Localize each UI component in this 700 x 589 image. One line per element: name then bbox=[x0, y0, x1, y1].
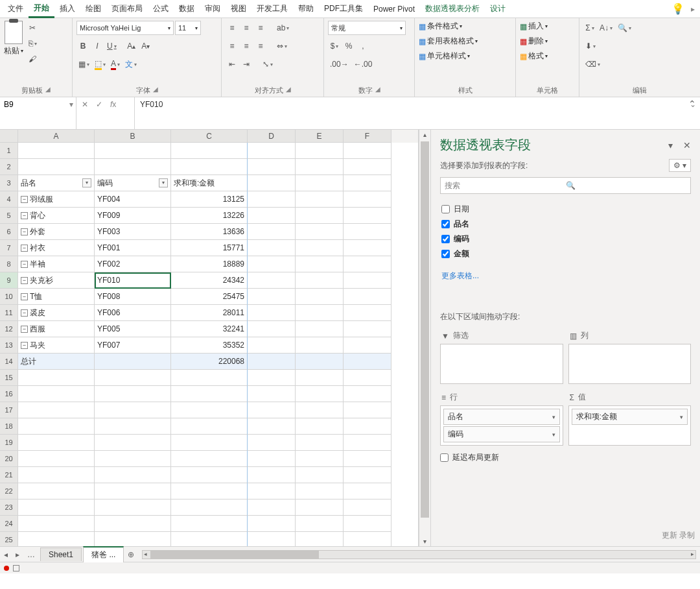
cell[interactable] bbox=[95, 516, 171, 532]
cell[interactable]: YF002 bbox=[95, 256, 171, 272]
cell[interactable]: 28011 bbox=[171, 305, 248, 321]
cell[interactable] bbox=[344, 516, 391, 532]
cell[interactable]: YF010 bbox=[95, 272, 171, 289]
cell[interactable] bbox=[171, 435, 248, 451]
zone-filter-box[interactable] bbox=[440, 344, 563, 384]
row-header[interactable]: 1 bbox=[0, 143, 18, 159]
cell[interactable]: −背心 bbox=[18, 208, 95, 224]
field-item[interactable]: 编码 bbox=[440, 232, 691, 246]
cell[interactable] bbox=[95, 483, 171, 499]
cell[interactable] bbox=[18, 451, 95, 467]
cell[interactable] bbox=[296, 354, 344, 370]
row-header[interactable]: 23 bbox=[0, 499, 18, 516]
cell[interactable] bbox=[344, 451, 391, 467]
row-header[interactable]: 18 bbox=[0, 418, 18, 435]
number-format-select[interactable]: 常规▾ bbox=[328, 21, 406, 35]
fill-color-button[interactable]: ⬚ bbox=[93, 57, 108, 71]
col-header-A[interactable]: A bbox=[18, 130, 95, 143]
row-header[interactable]: 3 bbox=[0, 175, 18, 191]
cell[interactable] bbox=[296, 435, 344, 451]
cell[interactable]: 品名▾ bbox=[18, 175, 95, 191]
record-macro-icon[interactable] bbox=[4, 566, 9, 571]
cell[interactable] bbox=[296, 159, 344, 175]
col-header-D[interactable]: D bbox=[248, 130, 296, 143]
collapse-icon[interactable]: − bbox=[21, 245, 28, 252]
cell[interactable]: 13125 bbox=[171, 191, 248, 208]
cell[interactable]: 总计 bbox=[18, 354, 95, 370]
cell[interactable] bbox=[296, 499, 344, 516]
row-header[interactable]: 4 bbox=[0, 191, 18, 208]
cell[interactable] bbox=[171, 483, 248, 499]
cell[interactable]: YF006 bbox=[95, 305, 171, 321]
row-header[interactable]: 24 bbox=[0, 516, 18, 532]
cell[interactable]: 求和项:金额 bbox=[171, 175, 248, 191]
alignment-launcher[interactable]: ◢ bbox=[286, 86, 291, 95]
cell[interactable] bbox=[171, 143, 248, 159]
cell[interactable]: 13226 bbox=[171, 208, 248, 224]
cell[interactable]: 15771 bbox=[171, 240, 248, 256]
tab-pivot-analyze[interactable]: 数据透视表分析 bbox=[420, 1, 485, 17]
zone-chip[interactable]: 编码▾ bbox=[443, 426, 560, 442]
tab-design[interactable]: 设计 bbox=[485, 1, 511, 17]
cell[interactable] bbox=[248, 208, 296, 224]
col-header-C[interactable]: C bbox=[171, 130, 248, 143]
font-name-select[interactable]: Microsoft YaHei Lig▾ bbox=[76, 21, 174, 35]
cell[interactable] bbox=[18, 402, 95, 418]
cell[interactable]: 220068 bbox=[171, 354, 248, 370]
cancel-formula-icon[interactable]: ✕ bbox=[80, 99, 89, 110]
zone-columns-box[interactable] bbox=[568, 344, 692, 384]
row-header[interactable]: 6 bbox=[0, 224, 18, 240]
collapse-icon[interactable]: − bbox=[21, 309, 28, 317]
comma-button[interactable]: , bbox=[356, 39, 369, 53]
align-middle-button[interactable]: ≡ bbox=[240, 21, 253, 35]
cell[interactable] bbox=[171, 499, 248, 516]
fx-icon[interactable]: fx bbox=[109, 99, 117, 110]
cell[interactable] bbox=[248, 370, 296, 386]
filter-dropdown-icon[interactable]: ▾ bbox=[82, 178, 91, 187]
new-sheet-button[interactable]: ⊕ bbox=[124, 550, 138, 559]
cell-style-button[interactable]: ▦单元格样式▾ bbox=[419, 51, 470, 62]
cell[interactable] bbox=[344, 175, 391, 191]
zone-values-box[interactable]: 求和项:金额▾ bbox=[568, 405, 692, 446]
cell[interactable] bbox=[344, 354, 391, 370]
cell[interactable] bbox=[248, 483, 296, 499]
cell[interactable] bbox=[248, 289, 296, 305]
cell[interactable] bbox=[344, 435, 391, 451]
cell[interactable]: −外套 bbox=[18, 224, 95, 240]
field-item[interactable]: 日期 bbox=[440, 202, 691, 217]
cell[interactable]: 35352 bbox=[171, 337, 248, 354]
cell[interactable] bbox=[248, 386, 296, 402]
cell[interactable] bbox=[296, 386, 344, 402]
collapse-icon[interactable]: − bbox=[21, 261, 28, 268]
fill-button[interactable]: ⬇ bbox=[583, 39, 598, 53]
collapse-icon[interactable]: − bbox=[21, 277, 28, 284]
cell[interactable] bbox=[248, 191, 296, 208]
cell[interactable] bbox=[344, 289, 391, 305]
cell[interactable] bbox=[296, 175, 344, 191]
vertical-scrollbar[interactable]: ▴ ▾ bbox=[419, 130, 430, 546]
cell[interactable] bbox=[95, 499, 171, 516]
cell[interactable]: −马夹 bbox=[18, 337, 95, 354]
cell[interactable] bbox=[248, 499, 296, 516]
row-header[interactable]: 11 bbox=[0, 305, 18, 321]
cell[interactable] bbox=[344, 272, 391, 289]
row-header[interactable]: 25 bbox=[0, 532, 18, 546]
cell[interactable] bbox=[344, 386, 391, 402]
row-header[interactable]: 10 bbox=[0, 289, 18, 305]
cell[interactable] bbox=[296, 224, 344, 240]
cell[interactable] bbox=[171, 418, 248, 435]
align-top-button[interactable]: ≡ bbox=[226, 21, 239, 35]
cell[interactable] bbox=[171, 532, 248, 546]
cell[interactable] bbox=[344, 370, 391, 386]
cell[interactable] bbox=[344, 159, 391, 175]
increase-font-button[interactable]: A▴ bbox=[125, 39, 138, 53]
zone-chip[interactable]: 求和项:金额▾ bbox=[572, 409, 688, 425]
cell[interactable] bbox=[18, 516, 95, 532]
cell[interactable] bbox=[296, 256, 344, 272]
row-header[interactable]: 12 bbox=[0, 321, 18, 337]
cell[interactable] bbox=[95, 143, 171, 159]
percent-button[interactable]: % bbox=[342, 39, 355, 53]
cell[interactable]: YF007 bbox=[95, 337, 171, 354]
cell[interactable] bbox=[296, 467, 344, 483]
cell[interactable] bbox=[95, 370, 171, 386]
